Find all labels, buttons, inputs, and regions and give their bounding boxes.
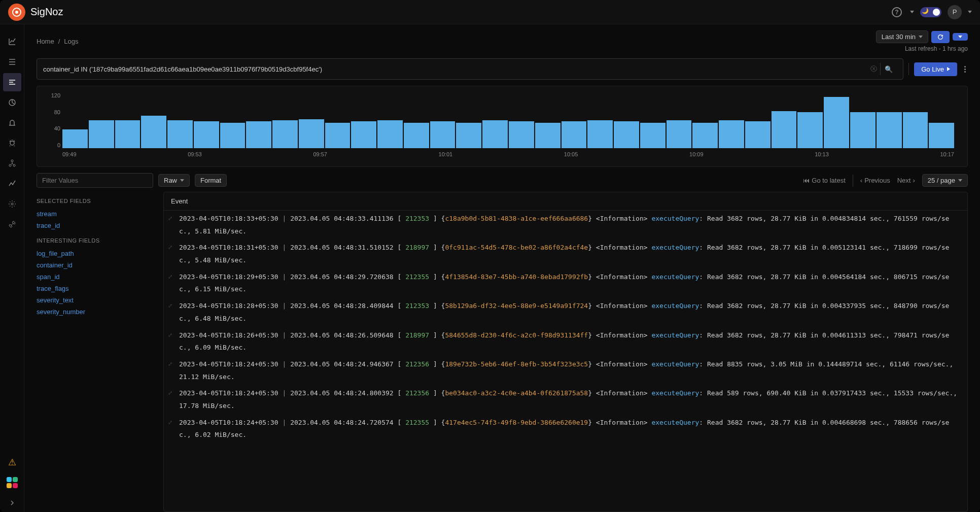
sidebar: ⚠ [0, 24, 24, 512]
user-caret-icon[interactable] [968, 11, 972, 13]
field-item[interactable]: container_id [37, 259, 155, 271]
log-line[interactable]: 2023-04-05T10:18:33+05:30 | 2023.04.05 0… [164, 211, 967, 240]
log-line[interactable]: 2023-04-05T10:18:29+05:30 | 2023.04.05 0… [164, 269, 967, 298]
chart-bar[interactable] [220, 123, 246, 148]
chart-bar[interactable] [877, 112, 902, 149]
view-mode-select[interactable]: Raw [158, 174, 190, 187]
user-avatar[interactable]: P [948, 5, 962, 19]
search-icon[interactable]: 🔍 [881, 65, 897, 73]
chart-bars [62, 92, 954, 148]
chart-bar[interactable] [929, 123, 954, 148]
chart-bar[interactable] [667, 120, 692, 148]
search-input-wrap: ⓧ 🔍 [37, 58, 903, 80]
chart-x-axis: 09:4909:5309:5710:0110:0510:0910:1310:17 [62, 151, 954, 157]
log-panel: Event 2023-04-05T10:18:33+05:30 | 2023.0… [163, 192, 968, 512]
chart-bar[interactable] [167, 120, 193, 148]
next-button[interactable]: Next› [897, 177, 915, 184]
refresh-button[interactable] [931, 31, 950, 43]
sidebar-item-exceptions[interactable] [3, 134, 21, 152]
chart-bar[interactable] [456, 123, 481, 148]
filter-values-input[interactable] [37, 173, 153, 188]
sidebar-expand-icon[interactable] [3, 494, 21, 512]
chart-bar[interactable] [824, 97, 849, 148]
chart-bar[interactable] [299, 119, 324, 148]
chart-bar[interactable] [325, 123, 351, 148]
refresh-options-button[interactable] [953, 33, 968, 41]
field-item[interactable]: span_id [37, 271, 155, 283]
fast-forward-icon: ⏮ [803, 177, 810, 184]
caret-down-icon [958, 179, 962, 182]
log-body[interactable]: 2023-04-05T10:18:33+05:30 | 2023.04.05 0… [164, 211, 967, 511]
chart-bar[interactable] [194, 121, 219, 148]
chart-bar[interactable] [377, 120, 403, 148]
field-item[interactable]: trace_id [37, 220, 155, 231]
caret-down-icon [919, 36, 923, 38]
field-item[interactable]: trace_flags [37, 283, 155, 294]
chart-bar[interactable] [562, 121, 587, 148]
log-line[interactable]: 2023-04-05T10:18:24+05:30 | 2023.04.05 0… [164, 385, 967, 414]
clear-search-icon[interactable]: ⓧ [867, 64, 880, 74]
go-to-latest-button[interactable]: ⏮Go to latest [803, 177, 845, 184]
chart-bar[interactable] [430, 121, 456, 148]
sidebar-item-servicemap[interactable] [3, 154, 21, 173]
sidebar-item-metrics[interactable] [3, 32, 21, 51]
chart-bar[interactable] [246, 121, 271, 148]
chart-bar[interactable] [772, 111, 797, 148]
chart-bar[interactable] [141, 116, 166, 148]
help-caret-icon[interactable] [910, 11, 914, 13]
search-input[interactable] [43, 65, 867, 73]
chart-bar[interactable] [587, 120, 613, 148]
chevron-right-icon: › [913, 177, 915, 184]
sidebar-item-logs[interactable] [3, 73, 21, 91]
time-range-picker[interactable]: Last 30 min [876, 30, 928, 43]
breadcrumb-current: Logs [64, 38, 78, 45]
chevron-left-icon: ‹ [860, 177, 862, 184]
log-line[interactable]: 2023-04-05T10:18:26+05:30 | 2023.04.05 0… [164, 327, 967, 356]
brand-wrap: SigNoz [8, 4, 63, 21]
field-item[interactable]: severity_number [37, 306, 155, 318]
chart-bar[interactable] [850, 112, 876, 149]
chart-bar[interactable] [89, 120, 114, 148]
sidebar-item-instrument[interactable] [3, 215, 21, 233]
log-line[interactable]: 2023-04-05T10:18:31+05:30 | 2023.04.05 0… [164, 240, 967, 268]
chart-bar[interactable] [797, 112, 823, 149]
breadcrumb-home[interactable]: Home [37, 38, 54, 45]
chart-bar[interactable] [482, 120, 508, 148]
field-item[interactable]: stream [37, 208, 155, 220]
theme-toggle[interactable] [920, 7, 941, 17]
log-line[interactable]: 2023-04-05T10:18:28+05:30 | 2023.04.05 0… [164, 298, 967, 327]
log-line[interactable]: 2023-04-05T10:18:24+05:30 | 2023.04.05 0… [164, 356, 967, 385]
sidebar-slack-icon[interactable] [3, 473, 21, 492]
log-line[interactable]: 2023-04-05T10:18:24+05:30 | 2023.04.05 0… [164, 415, 967, 443]
chart-bar[interactable] [745, 121, 771, 148]
fields-panel: SELECTED FIELDS streamtrace_id INTERESTI… [37, 192, 163, 512]
previous-button[interactable]: ‹Previous [860, 177, 890, 184]
chart-bar[interactable] [115, 120, 141, 148]
sidebar-warning-icon[interactable]: ⚠ [3, 453, 21, 471]
field-item[interactable]: log_file_path [37, 248, 155, 259]
more-options-button[interactable] [962, 64, 968, 75]
help-button[interactable]: ? [890, 5, 904, 19]
svg-point-2 [11, 160, 13, 162]
sidebar-item-dashboard[interactable] [3, 93, 21, 112]
chart-bar[interactable] [272, 120, 298, 148]
refresh-icon [937, 33, 944, 41]
chart-bar[interactable] [614, 121, 639, 148]
go-live-button[interactable]: Go Live [914, 62, 957, 76]
page-size-select[interactable]: 25 / page [922, 174, 968, 187]
sidebar-item-usage[interactable] [3, 175, 21, 193]
format-button[interactable]: Format [195, 174, 227, 187]
chart-bar[interactable] [903, 112, 928, 149]
chart-bar[interactable] [351, 121, 376, 148]
sidebar-item-list[interactable] [3, 53, 21, 71]
chart-bar[interactable] [535, 123, 561, 148]
sidebar-item-alerts[interactable] [3, 114, 21, 132]
chart-bar[interactable] [719, 120, 744, 148]
chart-bar[interactable] [62, 129, 88, 148]
sidebar-item-settings[interactable] [3, 195, 21, 213]
chart-bar[interactable] [404, 123, 429, 148]
chart-bar[interactable] [692, 123, 718, 148]
chart-bar[interactable] [509, 121, 534, 148]
field-item[interactable]: severity_text [37, 294, 155, 306]
chart-bar[interactable] [640, 123, 666, 148]
